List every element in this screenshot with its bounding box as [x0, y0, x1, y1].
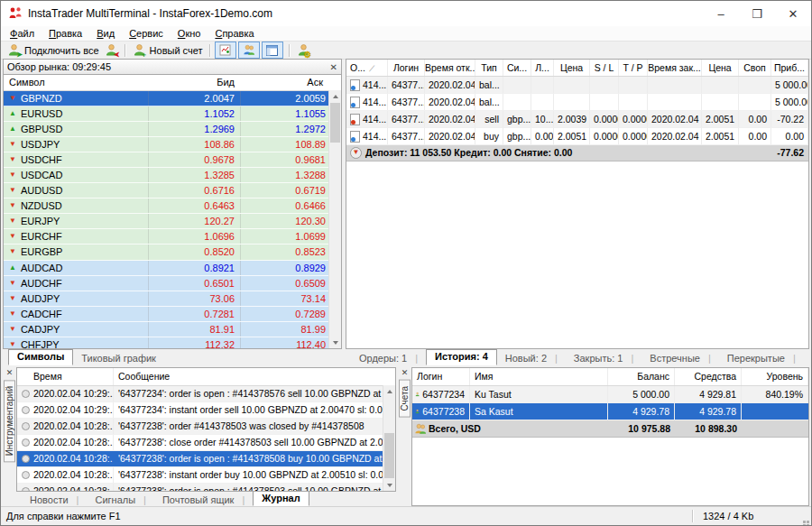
- maximize-button[interactable]: ❒: [739, 1, 775, 26]
- menu-service[interactable]: Сервис: [122, 27, 171, 41]
- market-watch-row[interactable]: CHFJPY 112.32 112.40: [4, 337, 341, 349]
- toolbox-vertical-tab[interactable]: Инструментарий: [4, 380, 15, 462]
- column-message[interactable]: Сообщение: [113, 368, 395, 385]
- history-row[interactable]: 414... 64377... 2020.02.04 ... bal... 5 …: [346, 77, 808, 94]
- toolbox-tab[interactable]: Почтовый ящик: [154, 494, 253, 506]
- market-watch-row[interactable]: NZDUSD 0.6463 0.6466: [4, 198, 341, 214]
- journal-row[interactable]: 2020.02.04 10:28:... '64377238': close o…: [17, 435, 395, 451]
- resize-grip[interactable]: [807, 521, 809, 523]
- column-lots[interactable]: Л...: [531, 60, 554, 76]
- scroll-up-icon[interactable]: [329, 90, 341, 102]
- market-watch-row[interactable]: AUDCAD 0.8921 0.8929: [4, 261, 341, 276]
- history-row[interactable]: 414... 64377... 2020.02.04 ... bal... 5 …: [346, 94, 808, 111]
- market-watch-row[interactable]: GBPNZD 2.0047 2.0059: [4, 91, 341, 106]
- column-order[interactable]: О...⟋: [346, 60, 388, 76]
- toolbox-tab[interactable]: Новости: [22, 494, 87, 506]
- connect-all-button[interactable]: ➤ Подключить все: [5, 42, 102, 59]
- column-profit[interactable]: Приб...: [771, 60, 808, 76]
- market-watch-row[interactable]: CADJPY 81.91 81.99: [4, 322, 341, 337]
- scroll-down-icon[interactable]: [383, 479, 395, 491]
- column-close-time[interactable]: Время зак...: [648, 60, 702, 76]
- toggle-accounts-button[interactable]: [238, 42, 260, 59]
- orders-tab[interactable]: Новый: 2: [497, 352, 566, 365]
- market-watch-row[interactable]: USDCHF 0.9678 0.9681: [4, 152, 341, 168]
- toolbox-tab[interactable]: Журнал: [253, 491, 309, 506]
- journal-row[interactable]: 2020.02.04 10:28:... '64377238': instant…: [17, 467, 395, 484]
- column-price[interactable]: Цена: [554, 60, 590, 76]
- orders-tab[interactable]: История: 4: [426, 349, 497, 365]
- toolbox-close-icon[interactable]: ✕: [6, 367, 14, 378]
- market-watch-row[interactable]: EURJPY 120.27 120.30: [4, 214, 341, 229]
- menu-file[interactable]: Файл: [3, 27, 42, 41]
- scrollbar-thumb[interactable]: [330, 103, 340, 143]
- market-watch-row[interactable]: GBPUSD 1.2969 1.2972: [4, 122, 341, 137]
- scrollbar-thumb[interactable]: [384, 433, 394, 478]
- menu-view[interactable]: Вид: [89, 27, 122, 41]
- column-equity[interactable]: Средства: [675, 368, 742, 385]
- market-watch-tab[interactable]: Тиковый график: [73, 352, 164, 365]
- journal-row[interactable]: 2020.02.04 10:28:... '64377238': order i…: [17, 451, 395, 467]
- journal-row[interactable]: 2020.02.04 10:28:... '64377238': order #…: [17, 419, 395, 435]
- column-balance[interactable]: Баланс: [608, 368, 675, 385]
- new-account-button[interactable]: ＋ Новый счет: [130, 42, 206, 59]
- orders-tab[interactable]: Встречные: [641, 352, 718, 365]
- menu-edit[interactable]: Правка: [42, 27, 89, 41]
- scroll-up-icon[interactable]: [383, 385, 395, 397]
- menu-help[interactable]: Справка: [208, 27, 261, 41]
- column-tp[interactable]: T / P: [619, 60, 648, 76]
- column-symbol[interactable]: Символ: [4, 75, 148, 90]
- market-watch-row[interactable]: EURUSD 1.1052 1.1055: [4, 106, 341, 122]
- market-watch-row[interactable]: EURGBP 0.8520 0.8523: [4, 245, 341, 260]
- column-ask[interactable]: Аск: [240, 75, 328, 90]
- column-swap[interactable]: Своп: [739, 60, 771, 76]
- history-row[interactable]: 414... 64377... 2020.02.04 ... buy gbp..…: [346, 128, 808, 145]
- journal-row[interactable]: 2020.02.04 10:28:... '64377238': order i…: [17, 484, 395, 492]
- column-level[interactable]: Уровень: [742, 368, 808, 385]
- column-bid[interactable]: Бид: [148, 75, 240, 90]
- market-watch-tab[interactable]: Символы: [8, 349, 73, 365]
- market-watch-row[interactable]: AUDJPY 73.06 73.14: [4, 291, 341, 307]
- disconnect-all-button[interactable]: ➤: [102, 42, 121, 59]
- toggle-toolbox-button[interactable]: [262, 42, 283, 59]
- scroll-down-icon[interactable]: [329, 337, 341, 348]
- minimize-button[interactable]: –: [703, 1, 739, 26]
- accounts-close-icon[interactable]: ✕: [401, 367, 409, 378]
- column-name[interactable]: Имя: [470, 368, 608, 385]
- accounts-vertical-tab[interactable]: Счета: [399, 380, 411, 418]
- market-watch-row[interactable]: USDJPY 108.86 108.89: [4, 137, 341, 152]
- app-logo-icon: [8, 6, 23, 21]
- column-type[interactable]: Тип: [475, 60, 503, 76]
- journal-row[interactable]: 2020.02.04 10:29:... '64377234': order i…: [17, 386, 395, 402]
- account-row[interactable]: 64377234 Ku Tasut 5 000.00 4 929.81 840.…: [412, 386, 808, 403]
- trend-arrow-icon: [9, 295, 16, 302]
- account-row[interactable]: 64377238 Sa Kasut 4 929.78 4 929.78: [412, 403, 808, 420]
- history-row[interactable]: 414... 64377... 2020.02.04 ... sell gbp.…: [346, 111, 808, 128]
- menu-window[interactable]: Окно: [171, 27, 208, 41]
- orders-tab[interactable]: Отложенный: 1: [804, 352, 812, 365]
- market-watch-row[interactable]: USDCAD 1.3285 1.3288: [4, 168, 341, 183]
- journal-row[interactable]: 2020.02.04 10:29:... '64377234': instant…: [17, 402, 395, 419]
- column-open-time[interactable]: Время отк...: [425, 60, 475, 76]
- market-watch-scrollbar[interactable]: [328, 90, 341, 348]
- column-login[interactable]: Логин: [388, 60, 425, 76]
- orders-tab[interactable]: Перекрытые: [719, 352, 804, 365]
- market-watch-title: Обзор рынка: 09:29:45: [7, 61, 111, 72]
- market-watch-row[interactable]: AUDUSD 0.6716 0.6719: [4, 183, 341, 198]
- orders-tab[interactable]: Закрыть: 1: [566, 352, 641, 365]
- history-summary-row: ▼ Депозит: 11 053.50 Кредит: 0.00 Снятие…: [346, 145, 808, 161]
- toggle-market-watch-button[interactable]: [215, 42, 236, 59]
- toolbox-tab[interactable]: Сигналы: [87, 494, 153, 506]
- close-button[interactable]: ✕: [775, 1, 811, 26]
- market-watch-close-icon[interactable]: ✕: [330, 62, 337, 72]
- market-watch-row[interactable]: AUDCHF 0.6501 0.6509: [4, 276, 341, 291]
- column-sl[interactable]: S / L: [590, 60, 619, 76]
- market-watch-row[interactable]: EURCHF 1.0696 1.0699: [4, 229, 341, 245]
- journal-scrollbar[interactable]: [383, 385, 395, 491]
- column-time[interactable]: Время: [33, 368, 113, 385]
- column-close-price[interactable]: Цена: [702, 60, 739, 76]
- column-login[interactable]: Логин: [412, 368, 470, 385]
- orders-tab[interactable]: Ордеры: 1: [351, 352, 426, 365]
- account-settings-button[interactable]: ⚙: [294, 42, 313, 59]
- column-symbol[interactable]: Си...: [503, 60, 531, 76]
- market-watch-row[interactable]: CADCHF 0.7281 0.7289: [4, 307, 341, 322]
